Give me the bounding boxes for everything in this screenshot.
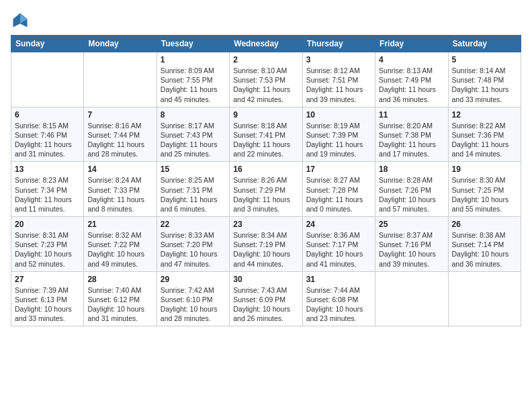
calendar-cell [84,52,157,107]
day-number: 29 [161,275,226,284]
calendar-week-row: 27Sunrise: 7:39 AM Sunset: 6:13 PM Dayli… [11,271,521,326]
day-info: Sunrise: 8:34 AM Sunset: 7:19 PM Dayligh… [233,230,298,269]
day-number: 10 [306,110,371,120]
day-number: 22 [161,220,226,229]
calendar-week-row: 20Sunrise: 8:31 AM Sunset: 7:23 PM Dayli… [11,217,521,272]
calendar-cell: 19Sunrise: 8:30 AM Sunset: 7:25 PM Dayli… [448,162,521,217]
day-info: Sunrise: 8:31 AM Sunset: 7:23 PM Dayligh… [15,230,80,269]
calendar-cell: 28Sunrise: 7:40 AM Sunset: 6:12 PM Dayli… [84,271,157,326]
calendar-week-row: 6Sunrise: 8:15 AM Sunset: 7:46 PM Daylig… [11,107,521,162]
day-number: 7 [87,110,152,120]
calendar-cell: 9Sunrise: 8:18 AM Sunset: 7:41 PM Daylig… [230,107,302,162]
day-info: Sunrise: 8:09 AM Sunset: 7:55 PM Dayligh… [161,66,226,104]
day-number: 23 [233,220,298,229]
calendar-cell: 31Sunrise: 7:44 AM Sunset: 6:08 PM Dayli… [302,271,375,326]
column-header-thursday: Thursday [302,36,375,52]
day-number: 20 [15,220,80,229]
day-info: Sunrise: 7:43 AM Sunset: 6:09 PM Dayligh… [233,285,298,324]
day-number: 9 [233,110,298,120]
day-info: Sunrise: 7:40 AM Sunset: 6:12 PM Dayligh… [87,285,152,324]
day-number: 21 [87,220,152,229]
day-number: 3 [306,55,371,64]
calendar-cell: 24Sunrise: 8:36 AM Sunset: 7:17 PM Dayli… [302,217,375,272]
day-number: 31 [306,275,371,284]
calendar-cell: 23Sunrise: 8:34 AM Sunset: 7:19 PM Dayli… [230,217,302,272]
day-info: Sunrise: 8:27 AM Sunset: 7:28 PM Dayligh… [306,175,371,214]
day-info: Sunrise: 8:16 AM Sunset: 7:44 PM Dayligh… [87,121,152,159]
day-info: Sunrise: 8:12 AM Sunset: 7:51 PM Dayligh… [306,66,371,104]
calendar-cell: 2Sunrise: 8:10 AM Sunset: 7:53 PM Daylig… [230,52,302,107]
calendar-cell: 13Sunrise: 8:23 AM Sunset: 7:34 PM Dayli… [11,162,84,217]
day-info: Sunrise: 8:17 AM Sunset: 7:43 PM Dayligh… [161,121,226,159]
day-number: 4 [379,55,444,64]
column-header-friday: Friday [375,36,448,52]
day-number: 26 [452,220,517,229]
day-number: 14 [87,165,152,174]
day-number: 1 [161,55,226,64]
day-number: 30 [233,275,298,284]
column-header-saturday: Saturday [448,36,521,52]
calendar-cell: 25Sunrise: 8:37 AM Sunset: 7:16 PM Dayli… [375,217,448,272]
day-info: Sunrise: 7:44 AM Sunset: 6:08 PM Dayligh… [306,285,371,324]
day-number: 16 [233,165,298,174]
calendar-cell: 10Sunrise: 8:19 AM Sunset: 7:39 PM Dayli… [302,107,375,162]
column-header-sunday: Sunday [11,36,84,52]
calendar-week-row: 13Sunrise: 8:23 AM Sunset: 7:34 PM Dayli… [11,162,521,217]
page-header [11,11,521,30]
column-header-wednesday: Wednesday [230,36,302,52]
day-info: Sunrise: 7:39 AM Sunset: 6:13 PM Dayligh… [15,285,80,324]
day-number: 13 [15,165,80,174]
day-info: Sunrise: 8:10 AM Sunset: 7:53 PM Dayligh… [233,66,298,104]
column-header-monday: Monday [84,36,157,52]
calendar-table: SundayMondayTuesdayWednesdayThursdayFrid… [11,35,521,326]
column-header-tuesday: Tuesday [157,36,229,52]
day-info: Sunrise: 8:32 AM Sunset: 7:22 PM Dayligh… [87,230,152,269]
calendar-cell: 8Sunrise: 8:17 AM Sunset: 7:43 PM Daylig… [157,107,229,162]
calendar-cell [11,52,84,107]
logo-icon [11,11,30,30]
day-info: Sunrise: 8:36 AM Sunset: 7:17 PM Dayligh… [306,230,371,269]
calendar-cell: 7Sunrise: 8:16 AM Sunset: 7:44 PM Daylig… [84,107,157,162]
calendar-cell: 17Sunrise: 8:27 AM Sunset: 7:28 PM Dayli… [302,162,375,217]
calendar-cell: 18Sunrise: 8:28 AM Sunset: 7:26 PM Dayli… [375,162,448,217]
day-number: 17 [306,165,371,174]
calendar-cell [375,271,448,326]
calendar-cell: 27Sunrise: 7:39 AM Sunset: 6:13 PM Dayli… [11,271,84,326]
day-number: 18 [379,165,444,174]
calendar-cell: 3Sunrise: 8:12 AM Sunset: 7:51 PM Daylig… [302,52,375,107]
day-info: Sunrise: 8:33 AM Sunset: 7:20 PM Dayligh… [161,230,226,269]
day-number: 28 [87,275,152,284]
calendar-cell: 14Sunrise: 8:24 AM Sunset: 7:33 PM Dayli… [84,162,157,217]
logo [11,11,32,30]
day-info: Sunrise: 8:24 AM Sunset: 7:33 PM Dayligh… [87,175,152,214]
day-info: Sunrise: 8:25 AM Sunset: 7:31 PM Dayligh… [161,175,226,214]
calendar-cell: 4Sunrise: 8:13 AM Sunset: 7:49 PM Daylig… [375,52,448,107]
day-info: Sunrise: 8:23 AM Sunset: 7:34 PM Dayligh… [15,175,80,214]
day-number: 2 [233,55,298,64]
calendar-week-row: 1Sunrise: 8:09 AM Sunset: 7:55 PM Daylig… [11,52,521,107]
day-info: Sunrise: 8:14 AM Sunset: 7:48 PM Dayligh… [452,66,517,104]
day-info: Sunrise: 8:20 AM Sunset: 7:38 PM Dayligh… [379,121,444,159]
calendar-cell: 16Sunrise: 8:26 AM Sunset: 7:29 PM Dayli… [230,162,302,217]
day-info: Sunrise: 8:19 AM Sunset: 7:39 PM Dayligh… [306,121,371,159]
calendar-cell: 21Sunrise: 8:32 AM Sunset: 7:22 PM Dayli… [84,217,157,272]
day-number: 19 [452,165,517,174]
day-number: 15 [161,165,226,174]
day-number: 24 [306,220,371,229]
day-number: 25 [379,220,444,229]
calendar-cell [448,271,521,326]
day-number: 5 [452,55,517,64]
day-info: Sunrise: 8:15 AM Sunset: 7:46 PM Dayligh… [15,121,80,159]
day-info: Sunrise: 8:18 AM Sunset: 7:41 PM Dayligh… [233,121,298,159]
day-info: Sunrise: 8:38 AM Sunset: 7:14 PM Dayligh… [452,230,517,269]
day-number: 6 [15,110,80,120]
day-info: Sunrise: 8:30 AM Sunset: 7:25 PM Dayligh… [452,175,517,214]
calendar-cell: 6Sunrise: 8:15 AM Sunset: 7:46 PM Daylig… [11,107,84,162]
calendar-cell: 29Sunrise: 7:42 AM Sunset: 6:10 PM Dayli… [157,271,229,326]
calendar-cell: 1Sunrise: 8:09 AM Sunset: 7:55 PM Daylig… [157,52,229,107]
calendar-cell: 22Sunrise: 8:33 AM Sunset: 7:20 PM Dayli… [157,217,229,272]
calendar-cell: 11Sunrise: 8:20 AM Sunset: 7:38 PM Dayli… [375,107,448,162]
day-number: 11 [379,110,444,120]
calendar-cell: 26Sunrise: 8:38 AM Sunset: 7:14 PM Dayli… [448,217,521,272]
calendar-cell: 15Sunrise: 8:25 AM Sunset: 7:31 PM Dayli… [157,162,229,217]
